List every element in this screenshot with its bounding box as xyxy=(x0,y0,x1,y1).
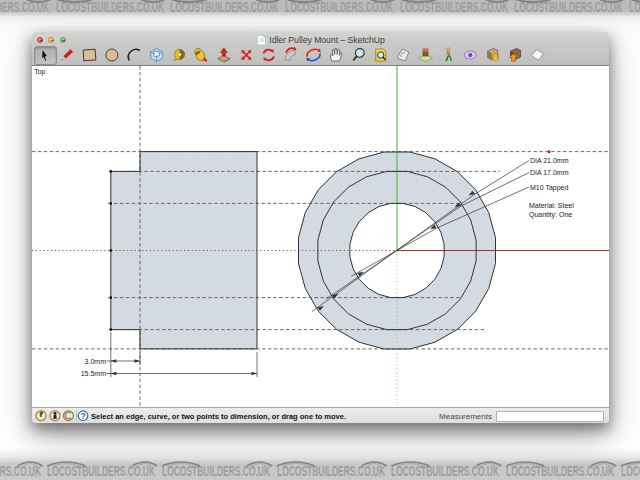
svg-text:3.0mm: 3.0mm xyxy=(85,358,107,365)
svg-text:Top: Top xyxy=(34,68,45,76)
svg-text:Material: Steel: Material: Steel xyxy=(529,202,574,209)
svg-text:15.5mm: 15.5mm xyxy=(81,370,106,377)
svg-text:DIA 21.0mm: DIA 21.0mm xyxy=(530,157,569,164)
svg-text:DIA 17.0mm: DIA 17.0mm xyxy=(530,169,569,176)
svg-text:M10 Tapped: M10 Tapped xyxy=(530,184,569,192)
svg-text:Quantity: One: Quantity: One xyxy=(529,211,572,219)
